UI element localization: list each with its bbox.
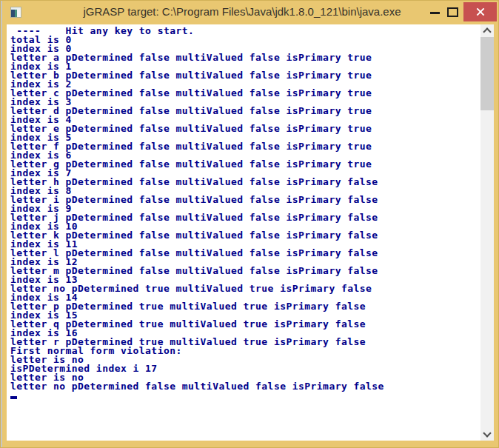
window-title: jGRASP target: C:\Program Files\Java\jdk… (1, 5, 483, 18)
jgrasp-target-window: jGRASP target: C:\Program Files\Java\jdk… (0, 0, 499, 448)
text-cursor (10, 396, 17, 399)
console-line: letter q pDetermined true multiValued tr… (10, 320, 480, 329)
console-line: letter m pDetermined false multiValued f… (10, 267, 480, 275)
console-line: letter p pDetermined true multiValued tr… (10, 302, 480, 311)
console-line: letter d pDetermined false multiValued f… (10, 107, 480, 116)
maximize-button[interactable] (447, 7, 458, 17)
console-line: letter g pDetermined false multiValued f… (10, 160, 480, 169)
console-line: letter j pDetermined false multiValued f… (10, 213, 480, 222)
console-line: ---- Hit any key to start. (10, 27, 480, 36)
console-output-area[interactable]: ---- Hit any key to start.total is 0inde… (7, 24, 480, 441)
console-line: letter no pDetermined false multiValued … (10, 382, 480, 391)
console-line: letter k pDetermined false multiValued f… (10, 231, 480, 240)
scroll-up-button[interactable] (480, 24, 494, 37)
close-icon (463, 2, 497, 21)
console-line: total is 0 (10, 36, 480, 44)
chevron-up-icon (483, 27, 491, 36)
console-line: letter h pDetermined false multiValued f… (10, 178, 480, 187)
close-button[interactable] (463, 2, 497, 21)
console-line: letter f pDetermined false multiValued f… (10, 142, 480, 151)
console-line: letter i pDetermined false multiValued f… (10, 195, 480, 204)
window-left-edge (1, 1, 2, 447)
console-line: letter no pDetermined true multiValued t… (10, 284, 480, 293)
minimize-button[interactable] (430, 12, 440, 14)
console-output: ---- Hit any key to start.total is 0inde… (7, 24, 480, 391)
scrollbar-thumb[interactable] (480, 37, 494, 110)
scroll-down-button[interactable] (480, 428, 494, 441)
vertical-scrollbar[interactable] (480, 24, 494, 441)
console-line: letter b pDetermined false multiValued f… (10, 71, 480, 80)
titlebar[interactable]: jGRASP target: C:\Program Files\Java\jdk… (1, 1, 498, 24)
console-line: letter c pDetermined false multiValued f… (10, 89, 480, 98)
console-line: letter l pDetermined false multiValued f… (10, 249, 480, 258)
console-line: letter e pDetermined false multiValued f… (10, 124, 480, 133)
scrollbar-track[interactable] (480, 37, 494, 428)
console-line: letter a pDetermined false multiValued f… (10, 53, 480, 62)
chevron-down-icon (483, 429, 491, 437)
